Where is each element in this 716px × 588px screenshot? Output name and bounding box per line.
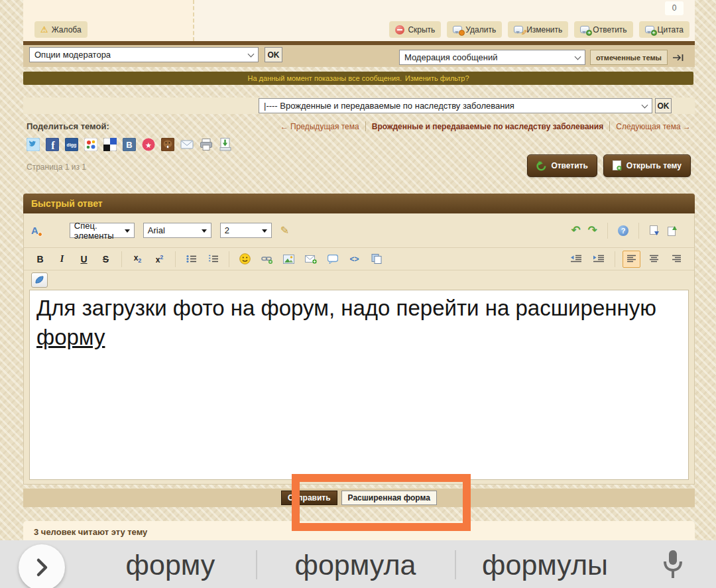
hide-button[interactable]: Скрыть (389, 21, 441, 38)
paste-button[interactable] (367, 251, 385, 268)
message-moderation-value: Модерация сообщений (404, 52, 498, 62)
svg-text:★: ★ (145, 141, 152, 150)
insert-link-button[interactable] (258, 251, 276, 268)
reply-text-editor[interactable]: Для загрузки фото на форум, надо перейти… (29, 290, 689, 480)
forum-jump-bar: |---- Врожденные и передаваемые по насле… (23, 97, 695, 114)
highlight-annotation-box (292, 474, 471, 531)
remove-format-icon[interactable]: A (31, 225, 38, 235)
microphone-icon[interactable] (662, 549, 684, 581)
star-social-icon[interactable]: ★ (142, 138, 155, 151)
chevron-down-icon (574, 53, 581, 60)
forum-jump-select[interactable]: |---- Врожденные и передаваемые по насле… (259, 98, 652, 113)
svg-text:digg: digg (67, 143, 77, 148)
chevron-right-icon (34, 557, 50, 578)
reply-button[interactable]: + Ответить (574, 21, 632, 38)
previous-topic-link[interactable]: ← Предыдущая тема (280, 122, 359, 131)
print-icon[interactable] (200, 138, 213, 151)
insert-image-button[interactable] (280, 251, 298, 268)
insert-code-button[interactable]: <> (345, 251, 363, 268)
bullet-list-button[interactable] (182, 251, 200, 268)
suggestion-1[interactable]: форму (85, 549, 256, 581)
editor-mode-toggle-button[interactable] (31, 272, 48, 288)
moderator-options-ok-button[interactable]: OK (265, 47, 282, 62)
next-topic-link[interactable]: Следующая тема → (616, 122, 691, 131)
suggestion-2[interactable]: формула (265, 549, 446, 581)
report-button[interactable]: ⚠ Жалоба (34, 21, 88, 38)
separator (175, 251, 176, 267)
go-arrow-icon[interactable] (672, 54, 684, 62)
message-moderation-select[interactable]: Модерация сообщений (399, 50, 585, 65)
outdent-button[interactable] (567, 251, 585, 268)
italic-button[interactable]: I (53, 251, 71, 268)
delicious-icon[interactable] (103, 138, 117, 151)
insert-quote-button[interactable] (324, 251, 341, 268)
svg-text:B: B (126, 140, 132, 150)
new-topic-icon (613, 160, 622, 171)
quick-reply-title: Быстрый ответ (31, 198, 103, 209)
underline-button[interactable]: U (75, 251, 93, 268)
text-color-pen-icon[interactable]: ✎ (280, 225, 289, 236)
twitter-icon[interactable] (27, 138, 40, 151)
quote-label: Цитата (658, 25, 684, 34)
editor-link-text[interactable]: форму (36, 325, 105, 349)
reply-topic-button[interactable]: Ответить (527, 154, 597, 177)
separator (615, 251, 615, 267)
forum-jump-ok-button[interactable]: OK (655, 98, 672, 113)
suggestion-3[interactable]: формулы (463, 549, 627, 581)
help-icon[interactable]: ? (618, 225, 628, 236)
quick-reply-header: Быстрый ответ (23, 194, 695, 213)
vkontakte-icon[interactable]: B (123, 138, 136, 151)
moderator-options-select[interactable]: Опции модератора (29, 47, 259, 62)
align-left-button[interactable] (623, 251, 640, 268)
delete-button[interactable]: Удалить (447, 21, 502, 38)
reply-label: Ответить (593, 25, 626, 34)
bobrdobr-icon[interactable] (161, 138, 174, 151)
align-center-button[interactable] (645, 251, 663, 268)
redo-icon[interactable]: ↷ (588, 225, 597, 236)
font-family-select[interactable]: Arial (143, 223, 211, 238)
share-topic-label: Поделиться темой: (27, 121, 109, 131)
indent-button[interactable] (589, 251, 607, 268)
triangle-down-icon (202, 229, 207, 235)
editor-toolbar-row1: A Спец. элементы Arial 2 ✎ ↶ ↷ ? (24, 213, 694, 247)
chevron-down-icon (248, 50, 255, 57)
undo-icon[interactable]: ↶ (571, 225, 581, 236)
topic-action-buttons: Ответить Открыть тему (527, 154, 691, 177)
facebook-icon[interactable]: f (46, 138, 59, 151)
subscript-button[interactable]: x2 (129, 251, 147, 268)
font-size-select[interactable]: 2 (220, 223, 272, 238)
google-buzz-icon[interactable] (84, 138, 97, 151)
quote-icon: + (645, 26, 654, 33)
edit-label: Изменить (526, 25, 562, 34)
moderation-bar: Опции модератора OK Модерация сообщений … (23, 45, 695, 67)
reply-topic-label: Ответить (551, 161, 587, 170)
keyboard-suggestion-bar: форму формула формулы (0, 540, 716, 588)
bold-button[interactable]: B (31, 251, 49, 268)
edit-button[interactable]: ✎ Изменить (508, 21, 568, 38)
toolbar-right-group: ↶ ↷ ? (571, 223, 678, 239)
email-icon[interactable] (180, 138, 194, 151)
page-upload-icon[interactable] (667, 225, 678, 236)
separator (609, 121, 610, 131)
page-download-icon[interactable] (649, 225, 660, 236)
change-filter-link[interactable]: Изменить фильтр? (405, 74, 469, 82)
keyboard-expand-button[interactable] (19, 544, 65, 588)
numbered-list-button[interactable] (204, 251, 222, 268)
emoticon-button[interactable] (236, 251, 254, 268)
strikethrough-button[interactable]: S (97, 251, 115, 268)
open-topic-button[interactable]: Открыть тему (603, 154, 691, 177)
quote-button[interactable]: + Цитата (639, 21, 689, 38)
current-topic-title: Врожденные и передаваемые по наследству … (372, 122, 604, 131)
digg-icon[interactable]: digg (65, 138, 78, 151)
special-elements-select[interactable]: Спец. элементы (70, 223, 135, 238)
forum-jump-value: |---- Врожденные и передаваемые по насле… (264, 101, 514, 111)
insert-email-button[interactable] (302, 251, 320, 268)
align-right-button[interactable] (668, 251, 686, 268)
superscript-button[interactable]: x2 (150, 251, 168, 268)
editor-text: Для загрузки фото на форум, надо перейти… (36, 296, 656, 320)
moderation-right-group: Модерация сообщений отмеченные темы (399, 50, 684, 65)
separator (638, 223, 639, 239)
delete-label: Удалить (465, 25, 496, 34)
download-icon[interactable] (219, 138, 232, 151)
marked-topics-button[interactable]: отмеченные темы (590, 50, 668, 65)
